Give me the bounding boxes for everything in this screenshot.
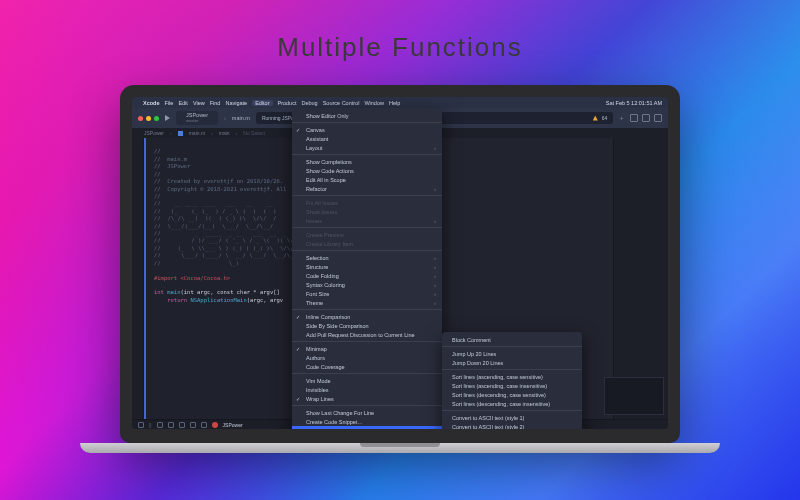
run-icon[interactable] bbox=[165, 115, 170, 121]
menu-item[interactable]: Add Pull Request Discussion to Current L… bbox=[292, 330, 442, 339]
warning-count: 64 bbox=[602, 115, 608, 121]
submenu-item[interactable]: Sort lines (ascending, case sensitive) bbox=[442, 372, 582, 381]
menu-item[interactable]: Code Coverage bbox=[292, 362, 442, 371]
menu-item[interactable]: Side By Side Comparison bbox=[292, 321, 442, 330]
toggle-right-panel-icon[interactable] bbox=[654, 114, 662, 122]
warning-icon bbox=[593, 116, 598, 121]
gutter bbox=[144, 138, 152, 419]
laptop-base bbox=[80, 443, 720, 453]
submenu-item[interactable]: Sort lines (ascending, case insensitive) bbox=[442, 381, 582, 390]
menu-item[interactable]: Vim Mode bbox=[292, 376, 442, 385]
menu-item[interactable]: Create Preview bbox=[292, 230, 442, 239]
debug-hide-icon[interactable] bbox=[138, 422, 144, 428]
debug-target[interactable]: JSPower bbox=[223, 422, 243, 428]
plus-icon[interactable]: + bbox=[619, 114, 624, 123]
menubar-window[interactable]: Window bbox=[364, 100, 384, 106]
menubar-find[interactable]: Find bbox=[210, 100, 221, 106]
menu-item[interactable]: Show Editor Only bbox=[292, 111, 442, 120]
debug-step-over-icon[interactable] bbox=[168, 422, 174, 428]
menu-item[interactable]: Fix All Issues bbox=[292, 198, 442, 207]
toggle-bottom-panel-icon[interactable] bbox=[642, 114, 650, 122]
submenu-item[interactable]: Sort lines (descending, case sensitive) bbox=[442, 390, 582, 399]
crumb-project[interactable]: JSPower bbox=[144, 130, 164, 136]
scheme-target[interactable]: main.m bbox=[232, 115, 250, 121]
laptop: Xcode File Edit View Find Navigate Edito… bbox=[120, 85, 680, 453]
menu-item[interactable]: Inline Comparison bbox=[292, 312, 442, 321]
menu-item[interactable]: Edit All in Scope bbox=[292, 175, 442, 184]
submenu-item[interactable]: Block Comment bbox=[442, 335, 582, 344]
menu-item[interactable]: Show Code Actions bbox=[292, 166, 442, 175]
layout-toggles bbox=[630, 114, 662, 122]
jspower-submenu: Block CommentJump Up 20 LinesJump Down 2… bbox=[442, 332, 582, 429]
crumb-folder-icon[interactable] bbox=[178, 131, 183, 136]
menu-item[interactable]: Create Library Item bbox=[292, 239, 442, 248]
menubar-app[interactable]: Xcode bbox=[143, 100, 160, 106]
debug-pause-icon[interactable]: || bbox=[149, 422, 152, 428]
menu-item[interactable]: JSPower bbox=[292, 426, 442, 429]
submenu-item[interactable]: Jump Up 20 Lines bbox=[442, 349, 582, 358]
menubar-product[interactable]: Product bbox=[278, 100, 297, 106]
close-icon[interactable] bbox=[138, 116, 143, 121]
menu-item[interactable]: Invisibles bbox=[292, 385, 442, 394]
zoom-icon[interactable] bbox=[154, 116, 159, 121]
debug-continue-icon[interactable] bbox=[157, 422, 163, 428]
debug-step-in-icon[interactable] bbox=[179, 422, 185, 428]
editor-menu: Show Editor OnlyCanvasAssistantLayoutSho… bbox=[292, 108, 442, 429]
menu-item[interactable]: Canvas bbox=[292, 125, 442, 134]
menu-item[interactable]: Create Code Snippet… bbox=[292, 417, 442, 426]
page-title: Multiple Functions bbox=[0, 32, 800, 63]
menu-item[interactable]: Theme bbox=[292, 298, 442, 307]
menu-item[interactable]: Font Size bbox=[292, 289, 442, 298]
menu-item[interactable]: Syntax Coloring bbox=[292, 280, 442, 289]
crumb-selection[interactable]: No Select bbox=[243, 130, 265, 136]
menubar-help[interactable]: Help bbox=[389, 100, 400, 106]
menu-item[interactable]: Authors bbox=[292, 353, 442, 362]
menu-item[interactable]: Show Completions bbox=[292, 157, 442, 166]
menubar-view[interactable]: View bbox=[193, 100, 205, 106]
laptop-lid: Xcode File Edit View Find Navigate Edito… bbox=[120, 85, 680, 443]
menubar-editor[interactable]: Editor bbox=[252, 100, 272, 106]
menubar-clock: Sat Feb 5 12:01:51 AM bbox=[606, 100, 662, 106]
debug-step-out-icon[interactable] bbox=[190, 422, 196, 428]
menu-item[interactable]: Selection bbox=[292, 253, 442, 262]
minimize-icon[interactable] bbox=[146, 116, 151, 121]
menu-item[interactable]: Show Issues bbox=[292, 207, 442, 216]
debug-view-icon[interactable] bbox=[201, 422, 207, 428]
scheme-selector[interactable]: JSPower master bbox=[176, 111, 218, 125]
menu-item[interactable]: Code Folding bbox=[292, 271, 442, 280]
menubar-source[interactable]: Source Control bbox=[323, 100, 360, 106]
screen: Xcode File Edit View Find Navigate Edito… bbox=[132, 97, 668, 429]
menu-item[interactable]: Refactor bbox=[292, 184, 442, 193]
menu-item[interactable]: Wrap Lines bbox=[292, 394, 442, 403]
menu-item[interactable]: Structure bbox=[292, 262, 442, 271]
submenu-item[interactable]: Convert to ASCII text (style 1) bbox=[442, 413, 582, 422]
navigator-panel[interactable] bbox=[132, 138, 144, 419]
scheme-branch: master bbox=[186, 119, 208, 123]
toggle-left-panel-icon[interactable] bbox=[630, 114, 638, 122]
crumb-symbol[interactable]: main bbox=[219, 130, 230, 136]
menu-item[interactable]: Issues bbox=[292, 216, 442, 225]
preview-thumbnail[interactable] bbox=[604, 377, 664, 415]
crumb-file[interactable]: main.m bbox=[189, 130, 205, 136]
submenu-item[interactable]: Sort lines (descending, case insensitive… bbox=[442, 399, 582, 408]
menu-item[interactable]: Layout bbox=[292, 143, 442, 152]
menubar-file[interactable]: File bbox=[165, 100, 174, 106]
menubar-debug[interactable]: Debug bbox=[301, 100, 317, 106]
submenu-item[interactable]: Jump Down 20 Lines bbox=[442, 358, 582, 367]
menubar-navigate[interactable]: Navigate bbox=[225, 100, 247, 106]
window-controls bbox=[138, 116, 159, 121]
menubar-edit[interactable]: Edit bbox=[178, 100, 187, 106]
menu-item[interactable]: Show Last Change For Line bbox=[292, 408, 442, 417]
menu-item[interactable]: Minimap bbox=[292, 344, 442, 353]
mac-menubar: Xcode File Edit View Find Navigate Edito… bbox=[132, 97, 668, 108]
breakpoint-icon[interactable] bbox=[212, 422, 218, 428]
submenu-item[interactable]: Convert to ASCII text (style 2) bbox=[442, 422, 582, 429]
menu-item[interactable]: Assistant bbox=[292, 134, 442, 143]
